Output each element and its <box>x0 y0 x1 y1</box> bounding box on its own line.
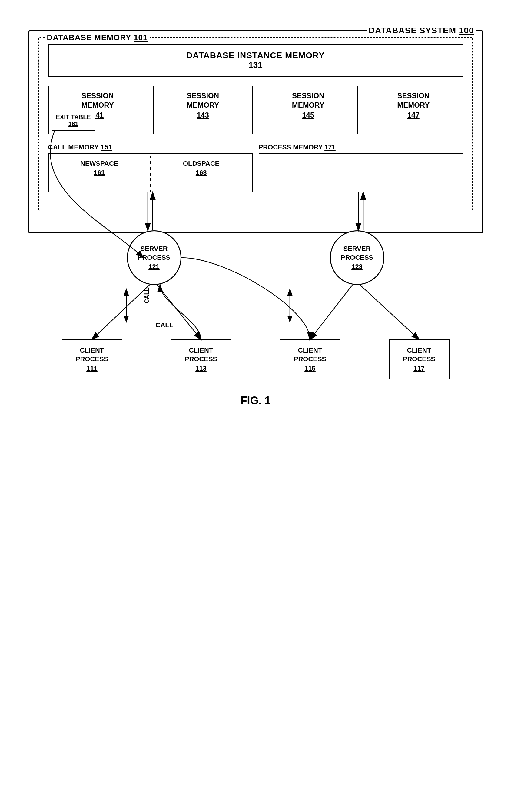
db-system-number: 100 <box>459 26 474 35</box>
fig-label-text: FIG. 1 <box>240 394 270 407</box>
db-memory-box: DATABASE MEMORY 101 DATABASE INSTANCE ME… <box>38 37 473 211</box>
newspace-box: NEWSPACE 161 <box>49 154 151 192</box>
client-label-117: CLIENTPROCESS <box>394 346 444 364</box>
oldspace-box: OLDSPACE 163 <box>151 154 252 192</box>
call-memory-number: 151 <box>101 143 112 151</box>
db-memory-number: 101 <box>133 33 148 42</box>
session-label-143: SESSIONMEMORY <box>158 91 247 110</box>
oldspace-number: 163 <box>155 169 247 177</box>
client-number-111: 111 <box>67 365 117 373</box>
diagram-area: DATABASE MEMORY 101 DATABASE INSTANCE ME… <box>38 37 473 211</box>
process-memory-title: PROCESS MEMORY <box>259 143 323 151</box>
client-box-117: CLIENTPROCESS 117 <box>389 340 450 379</box>
call-label: CALL <box>143 287 150 303</box>
session-number-145: 145 <box>264 111 353 119</box>
server-label-123: SERVERPROCESS <box>341 244 373 262</box>
client-label-113: CLIENTPROCESS <box>176 346 226 364</box>
server-row: SERVERPROCESS 121 SERVERPROCESS 123 <box>28 230 483 285</box>
server-number-121: 121 <box>148 263 160 271</box>
arrows-gap: CALL <box>28 294 483 337</box>
client-box-111: CLIENTPROCESS 111 <box>62 340 122 379</box>
process-memory-inner <box>259 153 463 193</box>
session-number-143: 143 <box>158 111 247 119</box>
call-memory-inner: NEWSPACE 161 OLDSPACE 163 <box>48 153 252 193</box>
db-instance-box: DATABASE INSTANCE MEMORY 131 <box>48 44 463 77</box>
session-label-145: SESSIONMEMORY <box>264 91 353 110</box>
server-circle-123: SERVERPROCESS 123 <box>330 230 384 285</box>
client-row: CLIENTPROCESS 111 CLIENTPROCESS 113 CLIE… <box>28 340 483 379</box>
call-memory-outer: CALL MEMORY 151 NEWSPACE 161 OLDSPACE 16… <box>48 143 252 193</box>
call-memory-label-top: CALL MEMORY 151 <box>48 143 252 151</box>
db-memory-title: DATABASE MEMORY <box>47 33 131 42</box>
client-box-115: CLIENTPROCESS 115 <box>280 340 340 379</box>
session-label-141: SESSIONMEMORY <box>53 91 142 110</box>
client-number-115: 115 <box>285 365 335 373</box>
fig-label: FIG. 1 <box>28 394 483 407</box>
oldspace-label: OLDSPACE <box>155 160 247 168</box>
full-diagram: SERVERPROCESS 121 SERVERPROCESS 123 CALL… <box>28 230 483 379</box>
server-label-121: SERVERPROCESS <box>138 244 171 262</box>
process-memory-outer: PROCESS MEMORY 171 <box>259 143 463 193</box>
session-number-147: 147 <box>369 111 458 119</box>
session-row: SESSIONMEMORY 141 EXIT TABLE 181 SESSION… <box>48 86 463 134</box>
page-container: DATABASE SYSTEM 100 DATABASE MEMORY 101 … <box>28 12 483 407</box>
newspace-number: 161 <box>53 169 146 177</box>
newspace-label: NEWSPACE <box>53 160 146 168</box>
client-number-113: 113 <box>176 365 226 373</box>
session-box-143: SESSIONMEMORY 143 <box>153 86 252 134</box>
session-box-141: SESSIONMEMORY 141 EXIT TABLE 181 <box>48 86 148 134</box>
lower-row: CALL MEMORY 151 NEWSPACE 161 OLDSPACE 16… <box>48 143 463 193</box>
db-instance-label: DATABASE INSTANCE MEMORY <box>58 51 453 60</box>
db-memory-label: DATABASE MEMORY 101 <box>45 33 150 42</box>
client-label-111: CLIENTPROCESS <box>67 346 117 364</box>
db-system-title: DATABASE SYSTEM <box>369 26 456 35</box>
db-system-label: DATABASE SYSTEM 100 <box>367 26 476 35</box>
session-box-147: SESSIONMEMORY 147 <box>364 86 463 134</box>
process-memory-number: 171 <box>324 143 336 151</box>
server-number-123: 123 <box>351 263 363 271</box>
call-memory-title: CALL MEMORY <box>48 143 99 151</box>
client-number-117: 117 <box>394 365 444 373</box>
server-circle-121: SERVERPROCESS 121 <box>127 230 181 285</box>
exit-table-label: EXIT TABLE <box>56 114 91 121</box>
session-label-147: SESSIONMEMORY <box>369 91 458 110</box>
exit-table-number: 181 <box>56 121 91 127</box>
process-memory-label-top: PROCESS MEMORY 171 <box>259 143 463 151</box>
exit-table-box: EXIT TABLE 181 <box>52 111 95 130</box>
session-box-145: SESSIONMEMORY 145 <box>259 86 358 134</box>
db-instance-number: 131 <box>58 60 453 70</box>
client-box-113: CLIENTPROCESS 113 <box>171 340 232 379</box>
client-label-115: CLIENTPROCESS <box>285 346 335 364</box>
db-system-box: DATABASE SYSTEM 100 DATABASE MEMORY 101 … <box>28 30 483 233</box>
